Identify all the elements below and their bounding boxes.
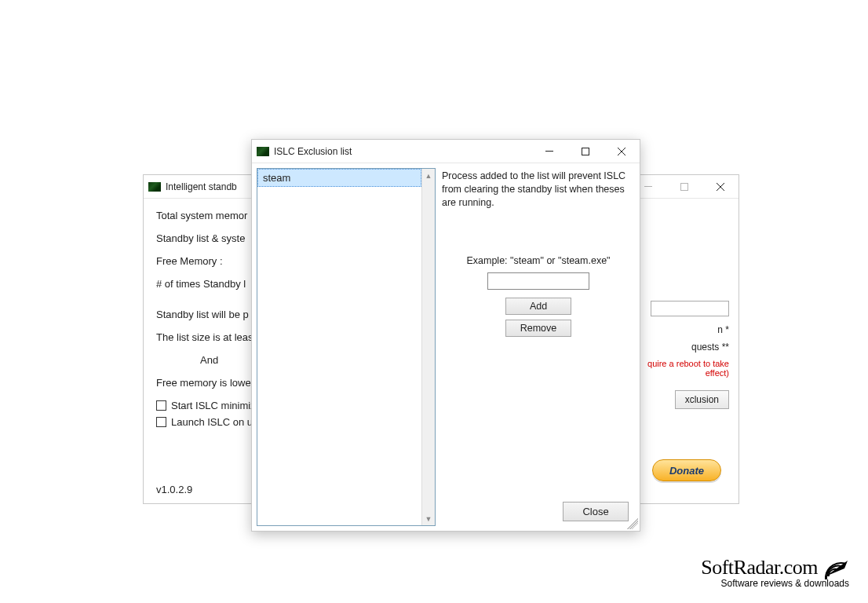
watermark-brand: SoftRadar.com <box>701 556 849 579</box>
maximize-button[interactable] <box>567 140 604 163</box>
list-item[interactable]: steam <box>257 169 421 187</box>
radar-icon <box>822 556 849 579</box>
watermark-tagline: Software reviews & downloads <box>701 578 849 589</box>
watermark-brand-text: SoftRadar.com <box>701 556 818 579</box>
close-button[interactable] <box>702 175 739 199</box>
scroll-down-icon[interactable]: ▼ <box>422 512 435 525</box>
exclusion-listbox[interactable]: steam ▲ ▼ <box>257 168 436 526</box>
exclusion-titlebar: ISLC Exclusion list <box>252 140 640 163</box>
app-icon <box>148 182 161 192</box>
side-quests: quests ** <box>627 342 729 353</box>
maximize-button[interactable] <box>666 175 702 199</box>
checkbox-launch-on-label: Launch ISLC on u <box>171 416 253 428</box>
resize-grip-icon[interactable] <box>627 518 638 529</box>
exclusion-description: Process added to the list will prevent I… <box>442 170 635 210</box>
exclusion-right-panel: Process added to the list will prevent I… <box>442 168 635 526</box>
exclusion-window: ISLC Exclusion list steam ▲ ▼ Process ad… <box>251 139 640 532</box>
scroll-up-icon[interactable]: ▲ <box>422 169 435 182</box>
scrollbar[interactable]: ▲ ▼ <box>421 169 435 525</box>
add-button[interactable]: Add <box>505 298 571 315</box>
remove-button[interactable]: Remove <box>505 320 571 337</box>
close-dialog-button[interactable]: Close <box>563 502 629 521</box>
side-fragments: n * quests ** quire a reboot to take eff… <box>627 301 729 409</box>
watermark: SoftRadar.com Software reviews & downloa… <box>701 556 849 589</box>
checkbox-icon <box>156 400 166 411</box>
app-icon <box>257 147 269 156</box>
close-button[interactable] <box>604 140 640 163</box>
side-input-stub[interactable] <box>651 301 729 316</box>
main-window-title: Intelligent standb <box>166 181 237 192</box>
exclusion-button-stub[interactable]: xclusion <box>675 390 729 409</box>
process-name-input[interactable] <box>487 272 589 290</box>
donate-label: Donate <box>669 465 704 477</box>
checkbox-icon <box>156 417 166 427</box>
version-label: v1.0.2.9 <box>156 484 192 495</box>
minimize-button[interactable] <box>531 140 567 163</box>
exclusion-body: steam ▲ ▼ Process added to the list will… <box>252 163 640 531</box>
checkbox-start-minimized-label: Start ISLC minimiz <box>171 400 256 411</box>
exclusion-window-title: ISLC Exclusion list <box>274 146 352 157</box>
side-reboot-note: quire a reboot to take effect) <box>627 359 729 378</box>
example-label: Example: "steam" or "steam.exe" <box>442 255 635 266</box>
donate-button[interactable]: Donate <box>652 459 721 481</box>
side-n-star: n * <box>627 324 729 335</box>
